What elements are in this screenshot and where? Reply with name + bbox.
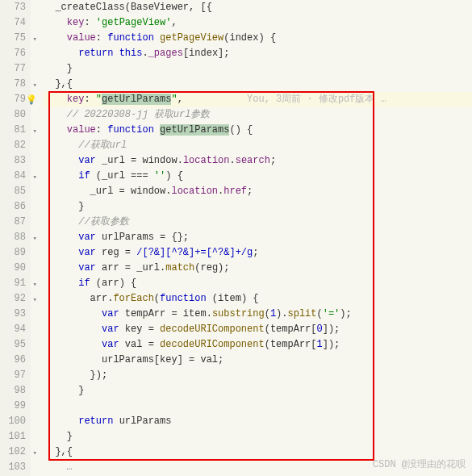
line-number: 86 xyxy=(0,199,26,215)
code-line[interactable]: return urlParams xyxy=(44,414,472,429)
code-area[interactable]: _createClass(BaseViewer, [{ key: 'getPag… xyxy=(31,0,472,476)
line-number: 94 xyxy=(0,322,26,337)
line-number: 78▾ xyxy=(0,77,26,92)
line-number: 84▾ xyxy=(0,169,26,184)
code-line[interactable]: _createClass(BaseViewer, [{ xyxy=(44,0,472,15)
line-number: 99 xyxy=(0,399,26,414)
line-number: 85 xyxy=(0,184,26,199)
code-line[interactable]: },{ xyxy=(44,445,472,460)
line-number: 76 xyxy=(0,46,26,61)
line-number: 100 xyxy=(0,414,26,429)
line-number: 82 xyxy=(0,138,26,153)
code-line[interactable]: value: function getUrlParams() { xyxy=(44,123,472,138)
code-line[interactable]: } xyxy=(44,199,472,215)
line-number: 98 xyxy=(0,383,26,399)
code-line[interactable]: … xyxy=(44,460,472,475)
line-number: 75▾ xyxy=(0,31,26,46)
code-line[interactable]: //获取参数 xyxy=(44,215,472,230)
code-editor[interactable]: 737475▾767778▾79💡8081▾828384▾85868788▾89… xyxy=(0,0,472,476)
code-line[interactable]: urlParams[key] = val; xyxy=(44,353,472,368)
code-line[interactable]: },{ xyxy=(44,77,472,92)
code-line[interactable]: if (_url === '') { xyxy=(44,169,472,184)
code-line[interactable] xyxy=(44,399,472,414)
line-number: 97 xyxy=(0,368,26,383)
code-line[interactable]: arr.forEach(function (item) { xyxy=(44,291,472,307)
code-line[interactable]: if (arr) { xyxy=(44,276,472,291)
code-line[interactable]: } xyxy=(44,383,472,399)
line-number: 96 xyxy=(0,353,26,368)
code-line[interactable]: } xyxy=(44,429,472,445)
code-line[interactable]: var tempArr = item.substring(1).split('=… xyxy=(44,307,472,322)
line-number: 80 xyxy=(0,107,26,123)
code-line[interactable]: } xyxy=(44,61,472,77)
line-number-gutter: 737475▾767778▾79💡8081▾828384▾85868788▾89… xyxy=(0,0,31,476)
line-number: 93 xyxy=(0,307,26,322)
code-line[interactable]: var _url = window.location.search; xyxy=(44,153,472,169)
code-line[interactable]: key: "getUrlParams", You, 3周前 · 修改pdf版本 … xyxy=(44,92,472,107)
line-number: 101 xyxy=(0,429,26,445)
code-line[interactable]: }); xyxy=(44,368,472,383)
line-number: 81▾ xyxy=(0,123,26,138)
line-number: 92▾ xyxy=(0,291,26,307)
line-number: 91▾ xyxy=(0,276,26,291)
line-number: 87 xyxy=(0,215,26,230)
line-number: 77 xyxy=(0,61,26,77)
code-line[interactable]: var arr = _url.match(reg); xyxy=(44,261,472,276)
code-line[interactable]: value: function getPageView(index) { xyxy=(44,31,472,46)
code-line[interactable]: //获取url xyxy=(44,138,472,153)
code-line[interactable]: var urlParams = {}; xyxy=(44,230,472,245)
code-line[interactable]: return this._pages[index]; xyxy=(44,46,472,61)
code-line[interactable]: _url = window.location.href; xyxy=(44,184,472,199)
line-number: 79💡 xyxy=(0,92,26,107)
line-number: 83 xyxy=(0,153,26,169)
code-line[interactable]: key: 'getPageView', xyxy=(44,15,472,31)
line-number: 74 xyxy=(0,15,26,31)
line-number: 95 xyxy=(0,337,26,353)
line-number: 103 xyxy=(0,460,26,475)
code-line[interactable]: var reg = /[?&][^?&]+=[^?&]+/g; xyxy=(44,245,472,261)
line-number: 102▾ xyxy=(0,445,26,460)
line-number: 90 xyxy=(0,261,26,276)
code-line[interactable]: // 20220308-jj 获取url参数 xyxy=(44,107,472,123)
code-line[interactable]: var val = decodeURIComponent(tempArr[1])… xyxy=(44,337,472,353)
line-number: 89 xyxy=(0,245,26,261)
code-line[interactable]: var key = decodeURIComponent(tempArr[0])… xyxy=(44,322,472,337)
line-number: 88▾ xyxy=(0,230,26,245)
line-number: 73 xyxy=(0,0,26,15)
